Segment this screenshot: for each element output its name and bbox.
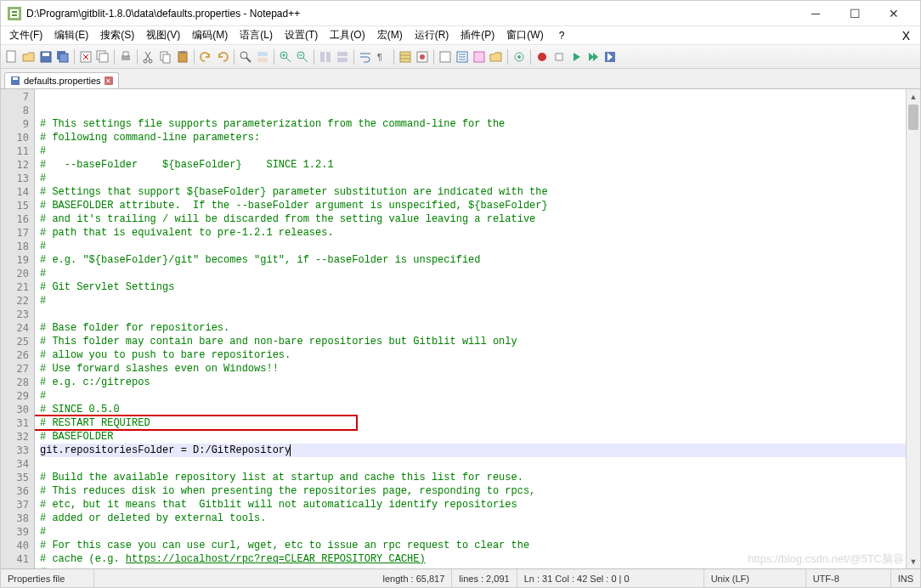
sync-v-icon[interactable]	[318, 49, 333, 65]
func-list-icon[interactable]	[472, 49, 487, 65]
svg-rect-17	[163, 54, 170, 63]
indent-guide-icon[interactable]	[398, 49, 413, 65]
new-file-icon[interactable]	[4, 49, 20, 65]
scroll-up-icon[interactable]: ▲	[907, 89, 920, 104]
menu-run[interactable]: 运行(R)	[410, 26, 455, 44]
menu-language[interactable]: 语言(L)	[234, 26, 278, 44]
undo-icon[interactable]	[198, 49, 213, 65]
svg-rect-21	[257, 52, 268, 56]
close-all-icon[interactable]	[95, 49, 110, 65]
wordwrap-icon[interactable]	[358, 49, 373, 65]
status-position: Ln : 31 Col : 42 Sel : 0 | 0	[517, 569, 704, 587]
save-all-icon[interactable]	[55, 49, 71, 65]
stop-icon[interactable]	[551, 49, 567, 65]
menu-settings[interactable]: 设置(T)	[280, 26, 323, 44]
monitor-icon[interactable]	[511, 49, 527, 65]
sync-h-icon[interactable]	[335, 49, 350, 65]
replace-icon[interactable]	[255, 49, 270, 65]
menu-window[interactable]: 窗口(W)	[501, 26, 548, 44]
svg-point-20	[240, 52, 247, 59]
svg-rect-30	[400, 52, 410, 62]
menu-plugins[interactable]: 插件(P)	[455, 26, 500, 44]
tab-close-icon[interactable]: ✕	[105, 76, 113, 85]
maximize-button[interactable]: ☐	[835, 1, 874, 26]
menu-macro[interactable]: 宏(M)	[372, 26, 408, 44]
zoom-out-icon[interactable]	[295, 49, 310, 65]
close-button[interactable]: ✕	[874, 1, 913, 26]
menu-help[interactable]: ?	[554, 28, 570, 43]
status-bar: Properties file length : 65,817 lines : …	[1, 568, 920, 587]
svg-rect-33	[440, 52, 450, 62]
title-bar: D:\Program\gitblit-1.8.0\data\defaults.p…	[1, 1, 920, 26]
editor-area: 7891011121314151617181920212223242526272…	[1, 89, 920, 568]
svg-rect-42	[13, 77, 18, 80]
cut-icon[interactable]	[141, 49, 156, 65]
menu-search[interactable]: 搜索(S)	[95, 26, 139, 44]
file-icon	[10, 76, 20, 86]
toolbar: ¶	[1, 45, 920, 69]
save-icon[interactable]	[38, 49, 54, 65]
svg-rect-27	[337, 52, 347, 56]
svg-rect-28	[337, 58, 347, 62]
close-icon[interactable]	[78, 49, 93, 65]
doc-list-icon[interactable]	[455, 49, 470, 65]
svg-rect-3	[12, 14, 17, 16]
svg-rect-22	[257, 58, 268, 62]
tab-bar: defaults.properties ✕	[1, 69, 920, 89]
menu-tools[interactable]: 工具(O)	[325, 26, 370, 44]
tab-active[interactable]: defaults.properties ✕	[4, 72, 119, 88]
menu-view[interactable]: 视图(V)	[141, 26, 185, 44]
menu-bar: 文件(F) 编辑(E) 搜索(S) 视图(V) 编码(M) 语言(L) 设置(T…	[1, 26, 920, 45]
status-length: length : 65,817	[376, 569, 453, 587]
svg-rect-2	[12, 11, 17, 13]
code-content[interactable]: # This settings file supports parameteri…	[35, 89, 906, 568]
copy-icon[interactable]	[158, 49, 173, 65]
zoom-in-icon[interactable]	[278, 49, 293, 65]
svg-point-37	[517, 55, 521, 59]
line-number-gutter: 7891011121314151617181920212223242526272…	[1, 89, 35, 568]
minimize-button[interactable]: ─	[796, 1, 835, 26]
status-eol: Unix (LF)	[704, 569, 806, 587]
window-title: D:\Program\gitblit-1.8.0\data\defaults.p…	[26, 8, 796, 20]
svg-rect-35	[474, 52, 484, 62]
svg-rect-4	[7, 51, 15, 62]
menu-encoding[interactable]: 编码(M)	[187, 26, 233, 44]
status-lines: lines : 2,091	[452, 569, 517, 587]
menu-file[interactable]: 文件(F)	[4, 26, 48, 44]
svg-rect-1	[10, 9, 19, 18]
svg-point-32	[420, 54, 425, 59]
scroll-thumb[interactable]	[908, 105, 918, 130]
open-file-icon[interactable]	[21, 49, 37, 65]
record-icon[interactable]	[534, 49, 550, 65]
status-file-type: Properties file	[1, 569, 94, 587]
scroll-down-icon[interactable]: ▼	[907, 554, 920, 568]
show-all-chars-icon[interactable]: ¶	[375, 49, 390, 65]
play-icon[interactable]	[568, 49, 584, 65]
lang-udl-icon[interactable]	[415, 49, 430, 65]
svg-rect-11	[99, 54, 108, 62]
find-icon[interactable]	[238, 49, 253, 65]
save-macro-icon[interactable]	[602, 49, 618, 65]
print-icon[interactable]	[118, 49, 133, 65]
svg-text:¶: ¶	[377, 52, 382, 62]
svg-rect-26	[326, 52, 331, 62]
svg-rect-8	[59, 54, 68, 62]
folder-icon[interactable]	[489, 49, 504, 65]
app-icon	[8, 7, 21, 20]
svg-rect-13	[123, 52, 128, 56]
tab-label: defaults.properties	[24, 76, 101, 86]
vertical-scrollbar[interactable]: ▲ ▼	[906, 89, 920, 568]
svg-point-38	[538, 53, 546, 61]
status-encoding: UTF-8	[806, 569, 891, 587]
svg-rect-25	[320, 52, 325, 62]
paste-icon[interactable]	[175, 49, 190, 65]
svg-rect-6	[42, 53, 49, 56]
redo-icon[interactable]	[215, 49, 230, 65]
menu-edit[interactable]: 编辑(E)	[49, 26, 93, 44]
play-multi-icon[interactable]	[585, 49, 601, 65]
doc-map-icon[interactable]	[438, 49, 453, 65]
status-insert-mode: INS	[891, 569, 920, 587]
menu-close-doc[interactable]: X	[897, 27, 917, 44]
svg-rect-19	[180, 51, 185, 54]
svg-rect-39	[556, 54, 562, 60]
